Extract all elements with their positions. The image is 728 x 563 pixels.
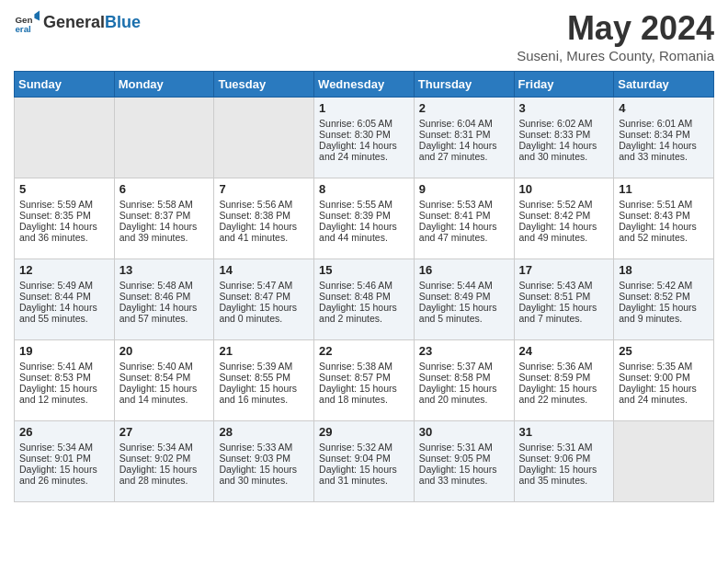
logo-general: General xyxy=(43,13,105,31)
calendar-week-row: 19Sunrise: 5:41 AMSunset: 8:53 PMDayligh… xyxy=(15,340,714,421)
sunset-text: Sunset: 8:37 PM xyxy=(119,210,210,221)
calendar-cell: 27Sunrise: 5:34 AMSunset: 9:02 PMDayligh… xyxy=(114,421,214,502)
calendar-cell: 19Sunrise: 5:41 AMSunset: 8:53 PMDayligh… xyxy=(15,340,115,421)
header-tuesday: Tuesday xyxy=(214,72,314,98)
day-number: 12 xyxy=(19,263,109,277)
sunrise-text: Sunrise: 6:01 AM xyxy=(619,118,709,129)
daylight-text: Daylight: 14 hours and 27 minutes. xyxy=(419,140,509,162)
daylight-text: Daylight: 15 hours and 12 minutes. xyxy=(19,383,109,405)
calendar-cell: 13Sunrise: 5:48 AMSunset: 8:46 PMDayligh… xyxy=(114,259,214,340)
daylight-text: Daylight: 15 hours and 24 minutes. xyxy=(619,383,709,405)
daylight-text: Daylight: 15 hours and 16 minutes. xyxy=(219,383,309,405)
calendar-cell: 4Sunrise: 6:01 AMSunset: 8:34 PMDaylight… xyxy=(614,98,714,178)
calendar-cell: 16Sunrise: 5:44 AMSunset: 8:49 PMDayligh… xyxy=(414,259,514,340)
sunrise-text: Sunrise: 5:41 AM xyxy=(19,361,109,372)
calendar-cell: 1Sunrise: 6:05 AMSunset: 8:30 PMDaylight… xyxy=(314,98,415,178)
day-number: 11 xyxy=(619,182,709,196)
calendar-week-row: 5Sunrise: 5:59 AMSunset: 8:35 PMDaylight… xyxy=(15,178,714,259)
daylight-text: Daylight: 14 hours and 52 minutes. xyxy=(619,221,709,243)
sunrise-text: Sunrise: 5:42 AM xyxy=(619,280,709,291)
sunrise-text: Sunrise: 6:05 AM xyxy=(319,118,409,129)
day-number: 4 xyxy=(619,101,709,115)
day-number: 14 xyxy=(219,263,309,277)
daylight-text: Daylight: 15 hours and 22 minutes. xyxy=(519,383,609,405)
sunset-text: Sunset: 8:54 PM xyxy=(119,372,210,383)
calendar-cell: 24Sunrise: 5:36 AMSunset: 8:59 PMDayligh… xyxy=(514,340,614,421)
sunrise-text: Sunrise: 5:46 AM xyxy=(319,280,409,291)
day-number: 29 xyxy=(319,425,409,439)
sunrise-text: Sunrise: 5:44 AM xyxy=(419,280,509,291)
calendar-cell xyxy=(614,421,714,502)
calendar-cell: 2Sunrise: 6:04 AMSunset: 8:31 PMDaylight… xyxy=(414,98,514,178)
daylight-text: Daylight: 14 hours and 36 minutes. xyxy=(19,221,109,243)
day-number: 21 xyxy=(219,344,309,358)
sunset-text: Sunset: 8:46 PM xyxy=(119,291,210,302)
sunset-text: Sunset: 8:42 PM xyxy=(519,210,609,221)
day-number: 18 xyxy=(619,263,709,277)
sunset-text: Sunset: 8:33 PM xyxy=(519,129,609,140)
day-number: 7 xyxy=(219,182,309,196)
calendar-table: SundayMondayTuesdayWednesdayThursdayFrid… xyxy=(14,71,714,502)
logo-icon: Gen eral xyxy=(14,9,40,35)
daylight-text: Daylight: 14 hours and 33 minutes. xyxy=(619,140,709,162)
daylight-text: Daylight: 15 hours and 31 minutes. xyxy=(319,464,409,486)
sunrise-text: Sunrise: 6:02 AM xyxy=(519,118,609,129)
logo: Gen eral GeneralBlue xyxy=(14,9,141,35)
sunrise-text: Sunrise: 5:56 AM xyxy=(219,199,309,210)
calendar-cell: 11Sunrise: 5:51 AMSunset: 8:43 PMDayligh… xyxy=(614,178,714,259)
sunrise-text: Sunrise: 5:48 AM xyxy=(119,280,210,291)
calendar-cell: 26Sunrise: 5:34 AMSunset: 9:01 PMDayligh… xyxy=(15,421,115,502)
day-number: 27 xyxy=(119,425,210,439)
sunset-text: Sunset: 9:06 PM xyxy=(519,453,609,464)
sunrise-text: Sunrise: 6:04 AM xyxy=(419,118,509,129)
daylight-text: Daylight: 15 hours and 35 minutes. xyxy=(519,464,609,486)
sunrise-text: Sunrise: 5:38 AM xyxy=(319,361,409,372)
svg-text:eral: eral xyxy=(15,24,31,34)
sunset-text: Sunset: 8:43 PM xyxy=(619,210,709,221)
day-number: 9 xyxy=(419,182,509,196)
sunrise-text: Sunrise: 5:31 AM xyxy=(519,442,609,453)
location-title: Suseni, Mures County, Romania xyxy=(517,48,714,63)
sunset-text: Sunset: 8:51 PM xyxy=(519,291,609,302)
sunrise-text: Sunrise: 5:32 AM xyxy=(319,442,409,453)
calendar-cell: 21Sunrise: 5:39 AMSunset: 8:55 PMDayligh… xyxy=(214,340,314,421)
sunset-text: Sunset: 8:53 PM xyxy=(19,372,109,383)
daylight-text: Daylight: 14 hours and 57 minutes. xyxy=(119,302,210,324)
day-number: 26 xyxy=(19,425,109,439)
calendar-cell: 17Sunrise: 5:43 AMSunset: 8:51 PMDayligh… xyxy=(514,259,614,340)
calendar-cell: 29Sunrise: 5:32 AMSunset: 9:04 PMDayligh… xyxy=(314,421,415,502)
header-thursday: Thursday xyxy=(414,72,514,98)
sunset-text: Sunset: 9:03 PM xyxy=(219,453,309,464)
sunrise-text: Sunrise: 5:51 AM xyxy=(619,199,709,210)
sunrise-text: Sunrise: 5:53 AM xyxy=(419,199,509,210)
sunrise-text: Sunrise: 5:40 AM xyxy=(119,361,210,372)
day-number: 15 xyxy=(319,263,409,277)
sunset-text: Sunset: 8:59 PM xyxy=(519,372,609,383)
sunset-text: Sunset: 8:48 PM xyxy=(319,291,409,302)
daylight-text: Daylight: 14 hours and 30 minutes. xyxy=(519,140,609,162)
calendar-cell: 30Sunrise: 5:31 AMSunset: 9:05 PMDayligh… xyxy=(414,421,514,502)
header-monday: Monday xyxy=(114,72,214,98)
sunset-text: Sunset: 8:55 PM xyxy=(219,372,309,383)
calendar-cell: 8Sunrise: 5:55 AMSunset: 8:39 PMDaylight… xyxy=(314,178,415,259)
sunrise-text: Sunrise: 5:59 AM xyxy=(19,199,109,210)
header-saturday: Saturday xyxy=(614,72,714,98)
day-number: 31 xyxy=(519,425,609,439)
day-number: 2 xyxy=(419,101,509,115)
sunset-text: Sunset: 8:47 PM xyxy=(219,291,309,302)
sunset-text: Sunset: 8:30 PM xyxy=(319,129,409,140)
sunset-text: Sunset: 9:02 PM xyxy=(119,453,210,464)
header-wednesday: Wednesday xyxy=(314,72,415,98)
sunrise-text: Sunrise: 5:33 AM xyxy=(219,442,309,453)
calendar-week-row: 12Sunrise: 5:49 AMSunset: 8:44 PMDayligh… xyxy=(15,259,714,340)
sunset-text: Sunset: 8:57 PM xyxy=(319,372,409,383)
sunrise-text: Sunrise: 5:43 AM xyxy=(519,280,609,291)
sunset-text: Sunset: 9:04 PM xyxy=(319,453,409,464)
sunrise-text: Sunrise: 5:37 AM xyxy=(419,361,509,372)
day-number: 30 xyxy=(419,425,509,439)
sunrise-text: Sunrise: 5:55 AM xyxy=(319,199,409,210)
calendar-cell xyxy=(214,98,314,178)
daylight-text: Daylight: 14 hours and 41 minutes. xyxy=(219,221,309,243)
calendar-cell: 15Sunrise: 5:46 AMSunset: 8:48 PMDayligh… xyxy=(314,259,415,340)
day-number: 6 xyxy=(119,182,210,196)
